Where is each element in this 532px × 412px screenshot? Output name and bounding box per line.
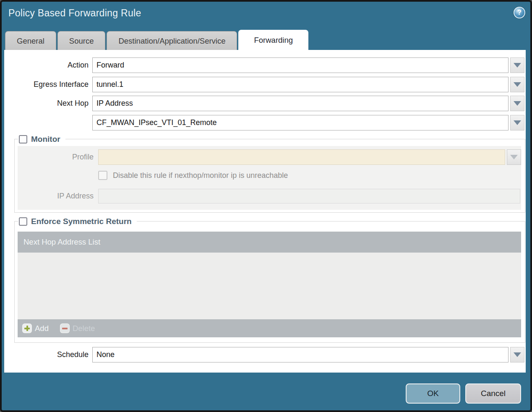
delete-button: Delete bbox=[60, 324, 95, 333]
help-question-glyph: ? bbox=[517, 9, 522, 16]
monitor-legend-label: Monitor bbox=[31, 135, 60, 144]
tab-source[interactable]: Source bbox=[57, 31, 106, 50]
monitor-fieldset: Monitor Profile Disable this rule if nex… bbox=[14, 139, 525, 213]
action-row: Action Forward bbox=[4, 57, 526, 73]
monitor-legend: Monitor bbox=[18, 134, 65, 145]
symmetric-return-fieldset: Enforce Symmetric Return Next Hop Addres… bbox=[14, 221, 525, 343]
symmetric-return-legend: Enforce Symmetric Return bbox=[18, 216, 137, 227]
add-button[interactable]: Add bbox=[23, 324, 49, 333]
profile-combo bbox=[98, 149, 521, 165]
monitor-ip-address-input bbox=[98, 189, 520, 203]
action-combo: Forward bbox=[92, 57, 524, 73]
chevron-down-icon bbox=[514, 82, 521, 87]
disable-rule-checkbox bbox=[98, 171, 107, 180]
dialog-title: Policy Based Forwarding Rule bbox=[8, 8, 141, 19]
chevron-down-icon bbox=[510, 155, 518, 159]
ok-button[interactable]: OK bbox=[406, 383, 460, 404]
next-hop-combo: IP Address bbox=[92, 96, 524, 111]
chevron-down-icon bbox=[514, 101, 521, 106]
next-hop-label: Next Hop bbox=[4, 96, 89, 111]
tab-destination-application-service[interactable]: Destination/Application/Service bbox=[107, 31, 237, 50]
egress-interface-combo: tunnel.1 bbox=[92, 77, 524, 92]
next-hop-address-list: Next Hop Address List Add Delete bbox=[18, 232, 521, 337]
egress-interface-value[interactable]: tunnel.1 bbox=[92, 77, 509, 92]
egress-interface-dropdown-button[interactable] bbox=[510, 77, 524, 92]
chevron-down-icon bbox=[514, 352, 521, 357]
chevron-down-icon bbox=[514, 120, 521, 125]
profile-value bbox=[98, 149, 505, 165]
tab-bar: General Source Destination/Application/S… bbox=[5, 30, 308, 50]
delete-button-label: Delete bbox=[73, 324, 95, 333]
next-hop-row: Next Hop IP Address bbox=[4, 96, 526, 111]
schedule-combo: None bbox=[92, 347, 524, 362]
minus-icon bbox=[60, 324, 69, 333]
profile-dropdown-button bbox=[507, 149, 521, 165]
next-hop-address-value[interactable]: CF_MWAN_IPsec_VTI_01_Remote bbox=[92, 115, 509, 130]
next-hop-address-list-header: Next Hop Address List bbox=[18, 232, 521, 253]
egress-interface-row: Egress Interface tunnel.1 bbox=[4, 77, 526, 92]
forwarding-tab-panel: Action Forward Egress Interface tunnel.1… bbox=[4, 50, 526, 373]
next-hop-address-row: CF_MWAN_IPsec_VTI_01_Remote bbox=[4, 115, 526, 130]
next-hop-value[interactable]: IP Address bbox=[92, 96, 509, 111]
tab-general[interactable]: General bbox=[5, 31, 56, 50]
add-button-label: Add bbox=[35, 324, 49, 333]
action-label: Action bbox=[4, 57, 89, 73]
schedule-label: Schedule bbox=[4, 347, 89, 362]
action-dropdown-button[interactable] bbox=[510, 57, 524, 73]
disable-rule-label: Disable this rule if nexthop/monitor ip … bbox=[113, 170, 288, 180]
next-hop-dropdown-button[interactable] bbox=[510, 96, 524, 111]
symmetric-return-checkbox[interactable] bbox=[19, 217, 27, 226]
cancel-button[interactable]: Cancel bbox=[465, 383, 521, 404]
help-icon[interactable]: ? bbox=[514, 7, 525, 18]
egress-interface-label: Egress Interface bbox=[4, 77, 89, 92]
profile-label: Profile bbox=[18, 149, 94, 165]
schedule-row: Schedule None bbox=[4, 347, 526, 362]
next-hop-address-combo: CF_MWAN_IPsec_VTI_01_Remote bbox=[92, 115, 524, 130]
tab-forwarding[interactable]: Forwarding bbox=[238, 30, 308, 50]
monitor-body: Profile Disable this rule if nexthop/mon… bbox=[18, 146, 521, 210]
schedule-value[interactable]: None bbox=[92, 347, 509, 362]
monitor-checkbox[interactable] bbox=[19, 135, 27, 143]
chevron-down-icon bbox=[514, 63, 521, 68]
monitor-ip-address-label: IP Address bbox=[18, 188, 94, 204]
symmetric-return-legend-label: Enforce Symmetric Return bbox=[31, 217, 132, 226]
schedule-dropdown-button[interactable] bbox=[510, 347, 524, 362]
next-hop-address-list-toolbar: Add Delete bbox=[18, 319, 521, 337]
policy-based-forwarding-dialog: Policy Based Forwarding Rule ? General S… bbox=[0, 0, 532, 412]
action-value[interactable]: Forward bbox=[92, 57, 509, 73]
next-hop-address-list-body[interactable] bbox=[18, 253, 521, 319]
plus-icon bbox=[23, 324, 31, 333]
profile-row: Profile bbox=[18, 149, 521, 165]
next-hop-address-dropdown-button[interactable] bbox=[510, 115, 524, 130]
